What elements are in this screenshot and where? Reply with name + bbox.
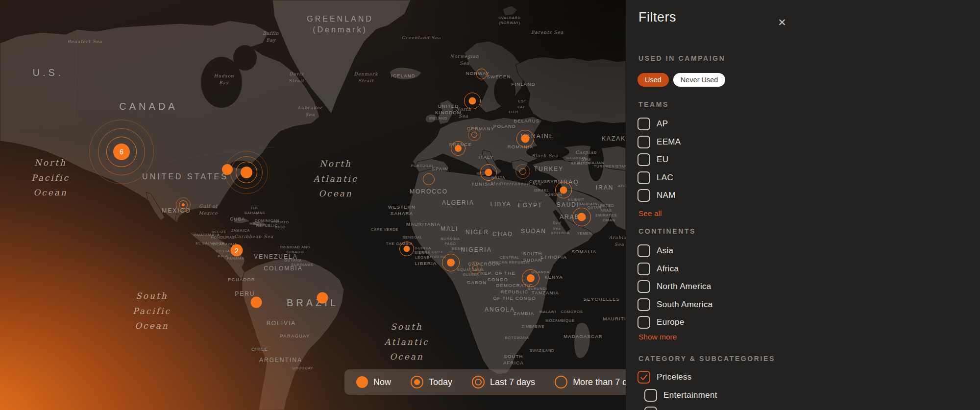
marker-ring <box>469 262 482 274</box>
see-all-link[interactable]: See all <box>638 209 662 218</box>
marker-dot <box>404 246 410 252</box>
world-map[interactable]: U.S.CANADAUNITED STATESGREENLAND (Denmar… <box>0 0 626 410</box>
checkbox <box>637 316 650 329</box>
checkbox <box>637 153 650 166</box>
checkbox <box>644 389 657 402</box>
checkbox-row-north-america[interactable]: North America <box>637 280 712 293</box>
checkbox <box>637 136 650 148</box>
checkbox-row-europe[interactable]: Europe <box>637 316 712 329</box>
checkbox <box>637 263 650 275</box>
checkbox-label: Europe <box>657 317 685 327</box>
marker-dot <box>182 203 185 206</box>
checkbox-row-eu[interactable]: EU <box>637 153 681 166</box>
map-legend: NowTodayLast 7 daysMore than 7 days ago <box>344 369 626 395</box>
marker-ring <box>423 173 435 185</box>
marker-ring <box>476 69 487 79</box>
checkbox-row-south-america[interactable]: South America <box>637 298 712 311</box>
used-pills: UsedNever Used <box>637 73 725 87</box>
panel-title: Filters <box>638 10 676 25</box>
marker-dot <box>447 259 455 266</box>
checkbox-label: Priceless <box>657 372 692 382</box>
legend-now-icon <box>356 376 368 388</box>
marker-dot <box>578 213 586 221</box>
teams-list: APEEMAEULACNAM <box>637 118 681 207</box>
checkbox <box>637 171 650 184</box>
marker-dot: 2 <box>231 244 243 257</box>
checked-checkbox <box>637 371 650 384</box>
filter-pill-never-used[interactable]: Never Used <box>673 73 726 87</box>
checkbox-row-hidden[interactable] <box>644 407 717 410</box>
marker-dot: 6 <box>113 144 130 160</box>
marker-dot <box>527 274 535 282</box>
checkbox-row-eema[interactable]: EEMA <box>637 136 681 148</box>
show-more-link[interactable]: Show more <box>638 333 677 341</box>
legend-last7-icon <box>472 376 485 388</box>
section-heading-teams: TEAMS <box>638 100 669 108</box>
checkbox <box>637 118 650 130</box>
checkbox-row-africa[interactable]: Africa <box>637 263 712 275</box>
marker-ring <box>515 164 530 179</box>
checkbox <box>637 244 650 257</box>
legend-label: Last 7 days <box>490 377 535 387</box>
continents-list: AsiaAfricaNorth AmericaSouth AmericaEuro… <box>637 244 712 334</box>
checkbox-row-lac[interactable]: LAC <box>637 171 681 184</box>
checkbox-label: South America <box>657 300 712 310</box>
marker-dot <box>560 187 567 194</box>
checkbox-label: NAM <box>657 191 676 200</box>
legend-label: More than 7 days ago <box>573 377 626 387</box>
checkbox-row-ap[interactable]: AP <box>637 118 681 130</box>
category-list: PricelessEntertainment <box>637 371 717 410</box>
legend-item-today: Today <box>411 376 452 388</box>
filters-panel: Filters ✕ USED IN CAMPAIGN UsedNever Use… <box>626 0 980 410</box>
legend-item-now: Now <box>356 376 391 388</box>
close-icon: ✕ <box>778 17 786 28</box>
checkbox-label: North America <box>657 282 711 291</box>
marker-dot <box>469 97 476 105</box>
section-heading-continents: CONTINENTS <box>638 227 696 235</box>
marker-dot <box>241 167 252 178</box>
checkbox-label: AP <box>657 119 668 129</box>
marker-dot <box>485 169 492 176</box>
legend-item-more-than-7-days-ago: More than 7 days ago <box>555 376 626 388</box>
checkbox-row-asia[interactable]: Asia <box>637 244 712 257</box>
legend-label: Now <box>373 377 391 387</box>
marker-dot <box>251 297 262 308</box>
checkbox <box>644 407 657 410</box>
checkbox-label: Africa <box>657 264 679 274</box>
marker-dot <box>455 145 462 152</box>
checkbox-row-nam[interactable]: NAM <box>637 189 681 202</box>
checkbox-label: Asia <box>657 246 673 256</box>
app: U.S.CANADAUNITED STATESGREENLAND (Denmar… <box>0 0 980 410</box>
legend-today-icon <box>411 376 423 388</box>
close-button[interactable]: ✕ <box>774 15 790 30</box>
checkbox <box>637 298 650 311</box>
checkbox-row-priceless[interactable]: Priceless <box>637 371 717 384</box>
legend-item-last-7-days: Last 7 days <box>472 376 535 388</box>
checkbox-label: EEMA <box>657 137 681 147</box>
marker-ring <box>468 128 481 141</box>
section-heading-used-in-campaign: USED IN CAMPAIGN <box>638 54 725 62</box>
filter-pill-used[interactable]: Used <box>637 73 669 87</box>
checkbox-label: LAC <box>657 173 673 183</box>
legend-older-icon <box>555 376 567 388</box>
checkbox-label: EU <box>657 155 668 165</box>
checkbox <box>637 280 650 293</box>
checkbox-label: Entertainment <box>663 390 717 400</box>
legend-label: Today <box>429 377 452 387</box>
check-icon <box>639 372 649 382</box>
marker-dot <box>317 292 328 304</box>
marker-dot <box>521 135 530 143</box>
map-markers: 62 <box>0 0 626 410</box>
checkbox-row-entertainment[interactable]: Entertainment <box>644 389 717 402</box>
section-heading-categories: CATEGORY & SUBCATEGORIES <box>638 355 775 362</box>
checkbox <box>637 189 650 202</box>
